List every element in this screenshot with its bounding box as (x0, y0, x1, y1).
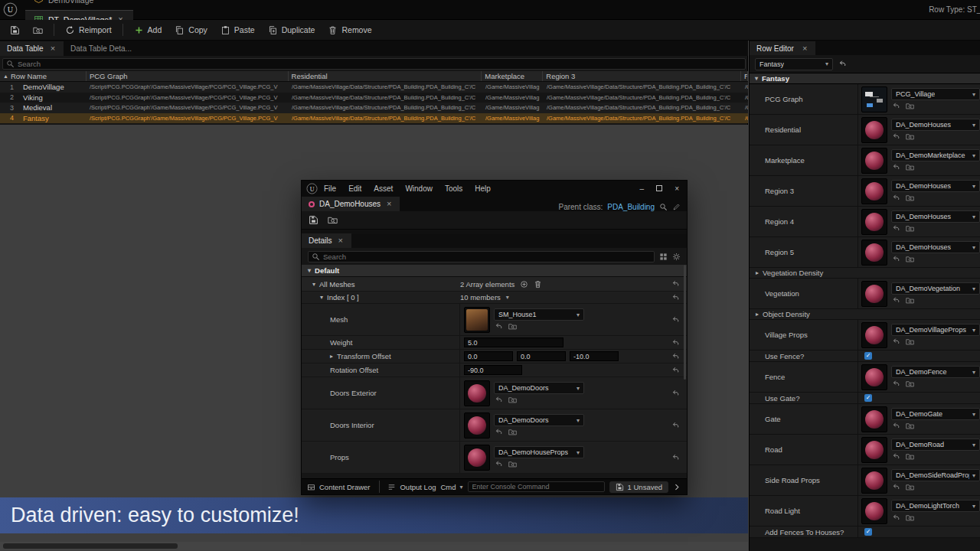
browse-to-asset-icon[interactable] (508, 396, 517, 404)
category-header-fantasy[interactable]: ▾ Fantasy (750, 73, 980, 84)
close-icon[interactable]: × (675, 184, 679, 193)
reset-row-icon[interactable] (838, 60, 847, 68)
asset-picker-road[interactable]: DA_DemoRoad▾ (891, 439, 980, 451)
asset-thumbnail[interactable] (861, 117, 887, 143)
reset-to-default-icon[interactable] (671, 315, 680, 324)
use-selected-asset-icon[interactable] (892, 380, 900, 388)
browse-to-asset-icon[interactable] (906, 255, 914, 263)
scrollbar-thumb[interactable] (3, 543, 178, 549)
use-selected-asset-icon[interactable] (892, 452, 900, 461)
console-command-input[interactable] (472, 483, 600, 491)
asset-picker-gate[interactable]: DA_DemoGate▾ (891, 408, 980, 420)
checkbox-use-fence[interactable]: ✓ (864, 352, 872, 360)
expander-vegetation-density[interactable]: ▸ Vegetation Density (750, 268, 980, 279)
checkbox-use-gate[interactable]: ✓ (864, 394, 872, 402)
content-drawer-button[interactable]: Content Drawer (307, 483, 371, 491)
table-search-bar[interactable] (2, 58, 746, 70)
use-selected-asset-icon[interactable] (495, 322, 503, 331)
reset-to-default-icon[interactable] (671, 421, 680, 429)
asset-thumbnail[interactable] (861, 468, 887, 494)
asset-picker-region-3[interactable]: DA_DemoHouses▾ (891, 180, 980, 192)
use-selected-asset-icon[interactable] (495, 428, 503, 436)
settings-gear-icon[interactable] (672, 253, 681, 261)
remove-button[interactable]: Remove (322, 22, 377, 38)
minimize-icon[interactable]: – (640, 184, 645, 193)
close-icon[interactable]: × (337, 236, 345, 245)
table-row-fantasy[interactable]: 4 Fantasy /Script/PCG.PCGGraph'/Game/Mas… (0, 113, 748, 124)
tab-row-editor[interactable]: Row Editor × (750, 41, 815, 55)
parent-class-link[interactable]: PDA_Building (607, 203, 655, 211)
asset-picker-side-road-props[interactable]: DA_DemoSideRoadProps▾ (891, 469, 980, 481)
search-icon[interactable] (659, 203, 668, 211)
browse-to-asset-icon[interactable] (906, 337, 914, 346)
use-selected-asset-icon[interactable] (892, 483, 900, 491)
asset-thumbnail[interactable] (861, 406, 887, 432)
asset-picker-props[interactable]: DA_DemoHouseProps▾ (494, 446, 584, 458)
table-row-medieval[interactable]: 3 Medieval /Script/PCG.PCGGraph'/Game/Ma… (0, 103, 748, 113)
reset-to-default-icon[interactable] (671, 366, 680, 374)
browse-to-asset-button[interactable] (27, 22, 49, 38)
horizontal-scrollbar[interactable] (0, 542, 748, 550)
menu-edit[interactable]: Edit (342, 184, 368, 193)
reset-to-default-icon[interactable] (671, 352, 680, 360)
use-selected-asset-icon[interactable] (892, 337, 900, 346)
asset-thumbnail[interactable] (861, 498, 887, 524)
use-selected-asset-icon[interactable] (892, 224, 900, 233)
asset-thumbnail[interactable] (861, 178, 887, 204)
save-button[interactable] (4, 22, 26, 38)
use-selected-asset-icon[interactable] (892, 132, 900, 141)
copy-button[interactable]: Copy (168, 22, 214, 38)
asset-picker-vegetation[interactable]: DA_DemoVegetation▾ (891, 282, 980, 295)
browse-to-asset-icon[interactable] (906, 452, 914, 461)
asset-thumbnail[interactable] (861, 322, 887, 348)
browse-icon[interactable] (328, 215, 338, 225)
asset-picker-road-light[interactable]: DA_DemoLightTorch▾ (891, 500, 980, 512)
asset-thumbnail[interactable] (464, 445, 490, 471)
asset-thumbnail[interactable] (861, 240, 887, 266)
checkbox-add-fences-to-houses[interactable]: ✓ (864, 528, 872, 536)
use-selected-asset-icon[interactable] (892, 194, 900, 202)
save-icon[interactable] (309, 215, 318, 225)
use-selected-asset-icon[interactable] (892, 163, 900, 171)
browse-to-asset-icon[interactable] (906, 296, 914, 305)
add-element-icon[interactable] (520, 280, 528, 289)
menu-tools[interactable]: Tools (439, 184, 469, 193)
asset-picker-mesh[interactable]: SM_House1▾ (494, 308, 584, 321)
menu-asset[interactable]: Asset (368, 184, 399, 193)
unsaved-changes-button[interactable]: 1 Unsaved (609, 481, 668, 493)
asset-thumbnail[interactable] (861, 209, 887, 235)
asset-picker-pcg-graph[interactable]: PCG_Village▾ (891, 88, 980, 100)
asset-thumbnail[interactable] (861, 437, 887, 463)
asset-thumbnail[interactable] (861, 281, 887, 307)
delete-elements-icon[interactable] (534, 280, 542, 289)
reset-to-default-icon[interactable] (671, 293, 680, 302)
console-command-bar[interactable] (468, 481, 605, 492)
browse-to-asset-icon[interactable] (906, 102, 914, 110)
category-header-default[interactable]: ▾ Default (302, 265, 687, 277)
app-tab-demovillage[interactable]: DemoVillage (25, 0, 133, 10)
vector-component-0-input[interactable]: 0.0 (464, 351, 513, 361)
tab-da-demohouses[interactable]: DA_DemoHouses × (302, 197, 400, 211)
close-icon[interactable]: × (385, 200, 393, 208)
reimport-button[interactable]: Reimport (59, 22, 118, 38)
row-select-dropdown[interactable]: Fantasy ▾ (755, 58, 833, 70)
tab-data-table-details[interactable]: Data Table Deta... (64, 41, 139, 56)
use-selected-asset-icon[interactable] (892, 255, 900, 263)
add-row-button[interactable]: Add (128, 22, 168, 38)
browse-to-asset-icon[interactable] (906, 422, 914, 430)
asset-thumbnail[interactable] (464, 412, 490, 439)
duplicate-button[interactable]: Duplicate (262, 22, 322, 38)
asset-picker-region-5[interactable]: DA_DemoHouses▾ (891, 241, 980, 253)
asset-picker-fence[interactable]: DA_DemoFence▾ (891, 366, 980, 378)
weight-input[interactable]: 5.0 (464, 337, 564, 347)
details-search-input[interactable] (323, 253, 651, 261)
tab-details[interactable]: Details × (302, 233, 351, 248)
column-header-region-3[interactable]: Region 3 (543, 71, 741, 81)
column-header-row-name[interactable]: ▲ Row Name (0, 71, 87, 81)
asset-window-titlebar[interactable]: U File Edit Asset Window Tools Help – × (302, 181, 687, 196)
column-header-marketplace[interactable]: Marketplace (482, 71, 543, 81)
vector-component-2-input[interactable]: -10.0 (570, 351, 619, 361)
browse-to-asset-icon[interactable] (508, 460, 517, 468)
browse-to-asset-icon[interactable] (906, 163, 914, 171)
asset-thumbnail[interactable] (861, 86, 887, 112)
